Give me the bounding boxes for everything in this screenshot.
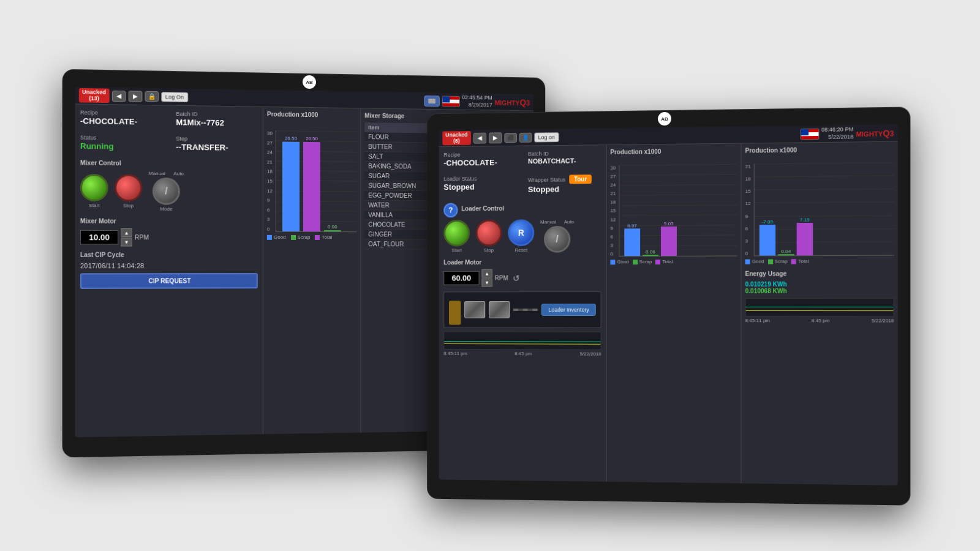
logon-btn-1[interactable]: Log On <box>161 92 189 102</box>
bar-good <box>282 141 300 231</box>
production-panel: Production x1000 302724211815129630 <box>263 107 361 434</box>
time-display-1: 02:45:54 PM 8/29/2017 <box>462 94 492 109</box>
nav-back-2[interactable]: ◀ <box>473 132 486 143</box>
rpm-value-1: 10.00 <box>80 230 118 245</box>
mixer-motor-title: Mixer Motor <box>80 217 258 225</box>
energy-timestamps: 8:45:11 pm8:45 pm5/22/2018 <box>443 351 601 357</box>
rpm-down-1[interactable]: ▼ <box>121 238 132 246</box>
bar-loader-total <box>661 227 677 256</box>
conveyor-visual: Loader Inventory <box>443 291 601 328</box>
mightyq-logo-1: MIGHTYQ3 <box>494 97 530 107</box>
cip-date: 2017/06/11 14:04:28 <box>80 262 258 269</box>
bar-loader-scrap <box>643 255 658 256</box>
bar-loader-good <box>624 228 640 256</box>
loader-controls: Start Stop R Reset <box>443 219 601 253</box>
flag-us-1 <box>442 96 459 107</box>
start-button[interactable] <box>80 173 108 201</box>
mightyq-logo-2: MIGHTYQ3 <box>856 128 894 138</box>
energy-value-2: 0.010068 KWh <box>745 288 894 294</box>
refresh-icon[interactable]: ↺ <box>513 273 520 283</box>
loader-stop-button[interactable] <box>476 220 502 247</box>
rpm-down-2[interactable]: ▼ <box>481 279 492 287</box>
status-fields-2: Loader Status Stopped Wrapper Status Tou… <box>443 174 601 200</box>
alarm-button-2[interactable]: Unacked (8) <box>442 131 470 146</box>
tablet-2: AB Unacked (8) ◀ ▶ ⬛ 👤 Log on <box>427 107 910 505</box>
time-display-2: 08:46:20 PM 5/22/2018 <box>821 126 853 141</box>
bar-scrap <box>324 230 341 231</box>
loader-mode-button[interactable] <box>544 226 570 253</box>
prod-wrapper-title: Production x1000 <box>745 146 894 154</box>
mixer-controls: Start Stop Manual Auto <box>80 170 258 212</box>
bar-wrap-total <box>797 223 813 256</box>
rpm-up-1[interactable]: ▲ <box>121 228 132 237</box>
energy-title: Energy Usage <box>745 270 894 277</box>
loader-inventory-button[interactable]: Loader Inventory <box>542 304 596 316</box>
user-icon-2: 👤 <box>519 132 532 142</box>
prod-loader-title: Production x1000 <box>610 148 737 156</box>
cip-request-button[interactable]: CIP REQUEST <box>80 273 258 289</box>
reset-button[interactable]: R <box>508 219 534 246</box>
cip-title: Last CIP Cycle <box>80 252 258 258</box>
cip-section: Last CIP Cycle 2017/06/11 14:04:28 CIP R… <box>80 252 258 289</box>
screen-2: Unacked (8) ◀ ▶ ⬛ 👤 Log on 08:46:20 PM 5… <box>439 124 898 485</box>
bar-wrap-scrap <box>778 254 794 255</box>
energy-value-1: 0.010219 KWh <box>745 280 894 287</box>
scene: AB Unacked (13) ◀ ▶ 🔒 Log On <box>31 24 949 527</box>
screen-btn-2[interactable]: ⬛ <box>504 133 517 143</box>
energy-timestamps-2: 8:45:11 pm8:45 pm5/22/2018 <box>745 318 894 323</box>
rpm-input-1: 10.00 ▲ ▼ RPM <box>80 228 258 247</box>
energy-chart-2 <box>745 298 894 317</box>
production-title: Production x1000 <box>267 111 357 119</box>
mode-button[interactable] <box>153 178 180 205</box>
rpm-value-2: 60.00 <box>443 271 479 285</box>
stop-button[interactable] <box>115 174 142 201</box>
help-button[interactable]: ? <box>443 203 458 218</box>
alarm-button-1[interactable]: Unacked (13) <box>79 88 109 103</box>
loader-control-title: Loader Control <box>461 204 504 211</box>
conv-box-2 <box>489 301 510 318</box>
logon-btn-2[interactable]: Log on <box>534 132 559 142</box>
left-panel-2: Recipe -CHOCOLATE- Batch ID NOBATCHACT- … <box>439 145 607 482</box>
hmi-2: Unacked (8) ◀ ▶ ⬛ 👤 Log on 08:46:20 PM 5… <box>439 124 898 485</box>
bar-wrap-good <box>760 225 775 255</box>
conv-box-1 <box>464 301 485 318</box>
nav-forward-1[interactable]: ▶ <box>128 91 142 102</box>
rpm-input-2: 60.00 ▲ ▼ RPM ↺ <box>443 269 601 287</box>
energy-line-2 <box>444 343 600 345</box>
rpm-up-2[interactable]: ▲ <box>481 269 492 278</box>
tour-badge: Tour <box>569 174 592 184</box>
production-wrapper-panel: Production x1000 211815129630 <box>742 142 898 485</box>
loader-motor-title: Loader Motor <box>443 258 601 266</box>
header-fields-2: Recipe -CHOCOLATE- Batch ID NOBATCHACT- <box>443 150 601 172</box>
energy-line-1 <box>444 341 600 342</box>
bar-total <box>303 142 320 231</box>
energy-section: Energy Usage 0.010219 KWh 0.010068 KWh 8… <box>745 270 894 323</box>
conveyor-line <box>513 309 538 311</box>
loader-start-button[interactable] <box>443 220 470 247</box>
header-fields-1: Recipe -CHOCOLATE- Batch ID M1Mix--7762 <box>80 110 258 133</box>
floor-person <box>449 301 461 324</box>
mixer-control-title: Mixer Control <box>80 159 258 168</box>
ab-logo-2: AB <box>658 112 671 126</box>
status-fields-1: Status Running Step --TRANSFER- <box>80 135 258 158</box>
lock-icon-1: 🔒 <box>145 91 159 102</box>
ab-logo-1: AB <box>303 75 316 89</box>
energy-chart-area <box>443 331 601 350</box>
nav-forward-2[interactable]: ▶ <box>489 132 502 143</box>
flag-us-2 <box>800 128 819 140</box>
production-loader-panel: Production x1000 302724211815129630 <box>607 144 742 484</box>
screen-toggle-1[interactable] <box>424 96 439 107</box>
left-panel-1: Recipe -CHOCOLATE- Batch ID M1Mix--7762 … <box>75 104 263 437</box>
nav-back-1[interactable]: ◀ <box>111 90 126 102</box>
